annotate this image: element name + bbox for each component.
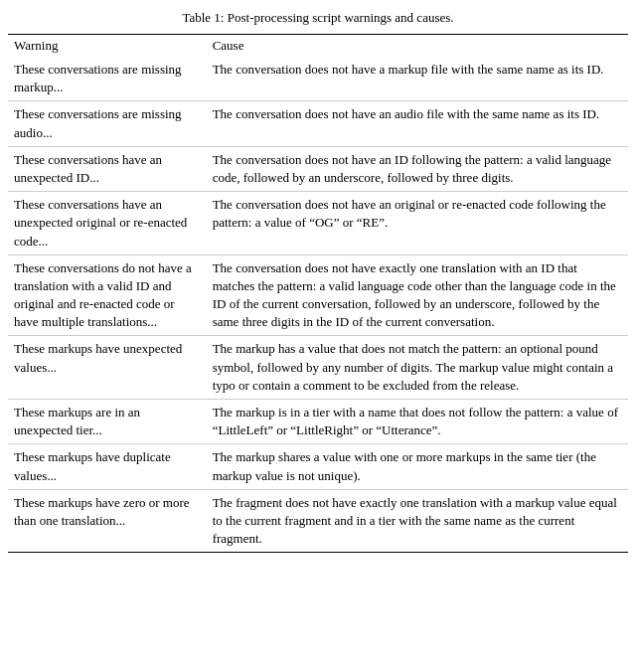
cell-warning: These conversations have an unexpected I…	[8, 146, 207, 191]
table-header-row: Warning Cause	[8, 35, 628, 58]
cell-cause: The fragment does not have exactly one t…	[207, 489, 628, 553]
cell-warning: These conversations do not have a transl…	[8, 254, 207, 336]
header-warning: Warning	[8, 35, 207, 58]
cell-warning: These conversations are missing audio...	[8, 101, 207, 146]
table-title: Table 1: Post-processing script warnings…	[8, 10, 628, 26]
table-row: These conversations are missing markup..…	[8, 57, 628, 101]
cell-cause: The conversation does not have exactly o…	[207, 254, 628, 336]
header-cause: Cause	[207, 35, 628, 58]
table-row: These conversations do not have a transl…	[8, 254, 628, 336]
cell-cause: The conversation does not have a markup …	[207, 57, 628, 101]
cell-cause: The markup is in a tier with a name that…	[207, 400, 628, 444]
table-row: These markups have unexpected values...T…	[8, 336, 628, 400]
warnings-table: Warning Cause These conversations are mi…	[8, 34, 628, 553]
table-row: These markups have zero or more than one…	[8, 489, 628, 553]
cell-cause: The conversation does not have an origin…	[207, 192, 628, 255]
table-row: These conversations are missing audio...…	[8, 101, 628, 146]
table-row: These conversations have an unexpected I…	[8, 146, 628, 191]
cell-warning: These markups have zero or more than one…	[8, 489, 207, 553]
cell-cause: The conversation does not have an audio …	[207, 101, 628, 146]
table-row: These markups are in an unexpected tier.…	[8, 400, 628, 444]
cell-warning: These conversations have an unexpected o…	[8, 192, 207, 255]
cell-warning: These markups are in an unexpected tier.…	[8, 400, 207, 444]
table-row: These markups have duplicate values...Th…	[8, 444, 628, 489]
cell-cause: The markup has a value that does not mat…	[207, 336, 628, 400]
cell-cause: The conversation does not have an ID fol…	[207, 146, 628, 191]
table-row: These conversations have an unexpected o…	[8, 192, 628, 255]
cell-warning: These markups have duplicate values...	[8, 444, 207, 489]
cell-warning: These markups have unexpected values...	[8, 336, 207, 400]
cell-warning: These conversations are missing markup..…	[8, 57, 207, 101]
cell-cause: The markup shares a value with one or mo…	[207, 444, 628, 489]
